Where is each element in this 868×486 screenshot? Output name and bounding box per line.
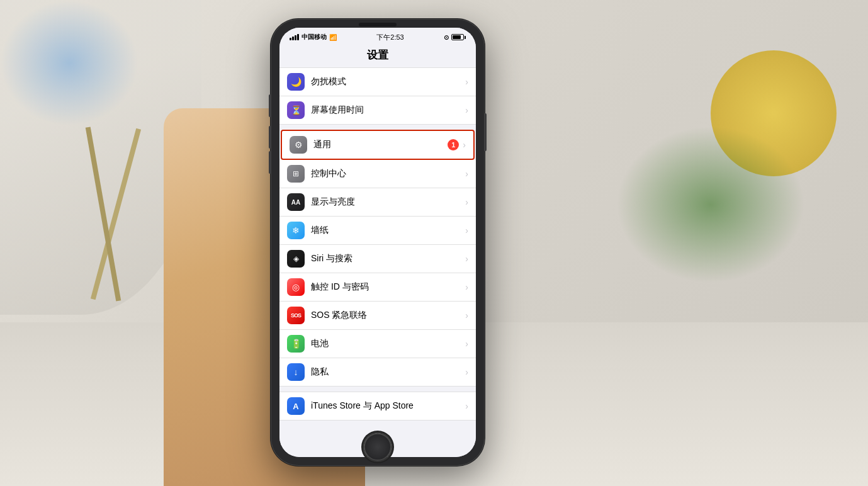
donotdisturb-label: 勿扰模式: [311, 76, 465, 88]
chevron-icon: ›: [465, 105, 468, 115]
display-icon: AA: [287, 193, 305, 211]
section-3: A iTunes Store 与 App Store ›: [279, 392, 476, 421]
general-right: 1 ›: [448, 139, 466, 150]
battery-indicator: [451, 34, 466, 40]
wallpaper-icon: ❄: [287, 222, 305, 239]
phone-body: 中国移动 📶 下午2:53 ⊙ 设: [271, 19, 485, 466]
chevron-icon: ›: [465, 367, 468, 377]
sos-label: SOS 紧急联络: [311, 310, 465, 321]
phone: 中国移动 📶 下午2:53 ⊙ 设: [271, 19, 485, 466]
settings-item-donotdisturb[interactable]: 🌙 勿扰模式 ›: [279, 67, 476, 96]
chevron-icon: ›: [465, 401, 468, 411]
carrier-label: 中国移动: [302, 33, 327, 42]
battery-label: 电池: [311, 338, 465, 349]
page-title: 设置: [279, 45, 476, 67]
touchid-label: 触控 ID 与密码: [311, 281, 465, 293]
settings-item-controlcenter[interactable]: ⊞ 控制中心 ›: [279, 160, 476, 188]
settings-item-siri[interactable]: ◈ Siri 与搜索 ›: [279, 245, 476, 273]
section-2: ⚙ 通用 1 › ⊞ 控制中心: [279, 130, 476, 387]
battery-icon: 🔋: [287, 335, 305, 353]
controlcenter-icon: ⊞: [287, 165, 305, 183]
chevron-icon: ›: [465, 282, 468, 292]
chevron-icon: ›: [465, 169, 468, 179]
bg-blue-splash: [0, 0, 138, 126]
touchid-right: ›: [465, 282, 468, 292]
settings-item-display[interactable]: AA 显示与亮度 ›: [279, 188, 476, 217]
siri-label: Siri 与搜索: [311, 253, 465, 264]
settings-item-itunes[interactable]: A iTunes Store 与 App Store ›: [279, 392, 476, 421]
settings-item-sos[interactable]: SOS SOS 紧急联络 ›: [279, 302, 476, 330]
general-label: 通用: [313, 139, 448, 150]
settings-item-general[interactable]: ⚙ 通用 1 ›: [281, 130, 475, 160]
controlcenter-label: 控制中心: [311, 168, 465, 179]
touchid-icon: ◎: [287, 278, 305, 296]
display-right: ›: [465, 197, 468, 207]
battery-right: ›: [465, 339, 468, 349]
section-1: 🌙 勿扰模式 › ⏳ 屏幕使用时间: [279, 67, 476, 125]
general-icon: ⚙: [290, 136, 307, 154]
chevron-icon: ›: [465, 339, 468, 349]
wallpaper-right: ›: [465, 225, 468, 235]
status-left: 中国移动 📶: [290, 33, 337, 42]
settings-item-wallpaper[interactable]: ❄ 墙纸 ›: [279, 217, 476, 245]
chevron-icon: ›: [465, 310, 468, 320]
home-button[interactable]: [364, 433, 392, 461]
chevron-icon: ›: [465, 254, 468, 264]
itunes-right: ›: [465, 401, 468, 411]
siri-right: ›: [465, 254, 468, 264]
display-label: 显示与亮度: [311, 196, 465, 208]
sos-right: ›: [465, 310, 468, 320]
status-right: ⊙: [444, 34, 466, 41]
itunes-icon: A: [287, 397, 305, 415]
settings-item-battery[interactable]: 🔋 电池 ›: [279, 330, 476, 358]
wallpaper-label: 墙纸: [311, 225, 465, 236]
settings-item-screentime[interactable]: ⏳ 屏幕使用时间 ›: [279, 96, 476, 125]
bg-green-branch: [616, 126, 805, 283]
screentime-right: ›: [465, 105, 468, 115]
screentime-label: 屏幕使用时间: [311, 105, 465, 116]
wifi-icon: 📶: [329, 34, 337, 41]
siri-icon: ◈: [287, 250, 305, 268]
chevron-icon: ›: [463, 140, 466, 150]
chevron-icon: ›: [465, 77, 468, 87]
donotdisturb-icon: 🌙: [287, 73, 305, 91]
status-bar: 中国移动 📶 下午2:53 ⊙: [279, 28, 476, 45]
itunes-label: iTunes Store 与 App Store: [311, 400, 465, 412]
settings-list[interactable]: 🌙 勿扰模式 › ⏳ 屏幕使用时间: [279, 67, 476, 457]
settings-item-touchid[interactable]: ◎ 触控 ID 与密码 ›: [279, 273, 476, 302]
privacy-right: ›: [465, 367, 468, 377]
donotdisturb-right: ›: [465, 77, 468, 87]
phone-screen: 中国移动 📶 下午2:53 ⊙ 设: [279, 28, 476, 457]
privacy-icon: ↓: [287, 363, 305, 381]
privacy-label: 隐私: [311, 366, 465, 378]
sos-icon: SOS: [287, 307, 305, 324]
status-time: 下午2:53: [376, 33, 403, 42]
chevron-icon: ›: [465, 225, 468, 235]
controlcenter-right: ›: [465, 169, 468, 179]
location-icon: ⊙: [444, 34, 449, 41]
screentime-icon: ⏳: [287, 101, 305, 119]
general-badge: 1: [448, 139, 459, 150]
signal-bars: [290, 34, 299, 40]
phone-speaker: [359, 23, 397, 26]
chevron-icon: ›: [465, 197, 468, 207]
screen-content: 中国移动 📶 下午2:53 ⊙ 设: [279, 28, 476, 457]
settings-item-privacy[interactable]: ↓ 隐私 ›: [279, 358, 476, 387]
